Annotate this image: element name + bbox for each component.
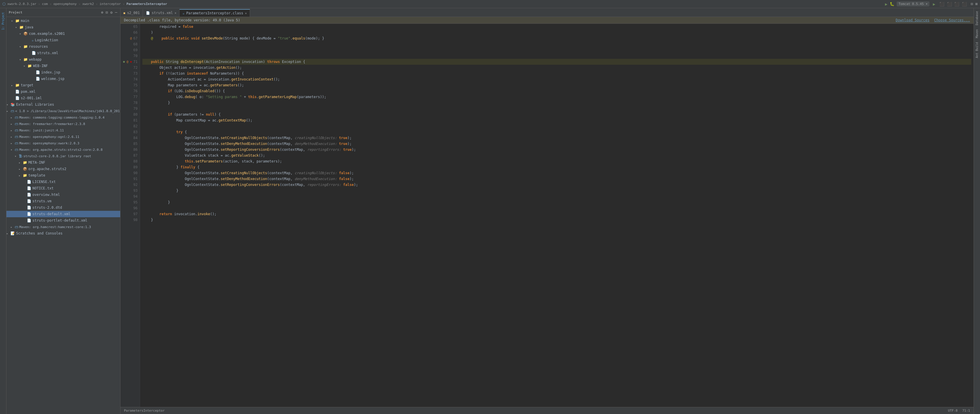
tree-item-target[interactable]: ▸ 📁 target xyxy=(6,82,120,88)
tree-label-commons: Maven: commons-logging:commons-logging:1… xyxy=(19,116,104,120)
tree-item-notice[interactable]: ▸ 📄 NOTICE.txt xyxy=(6,185,120,192)
right-tab-database[interactable]: Database xyxy=(974,10,979,27)
tree-label-strutsdtd: struts-2.0.dtd xyxy=(32,206,62,209)
tree-item-struts2core-jar[interactable]: ▾ 🗜 struts2-core-2.0.8.jar library root xyxy=(6,153,120,159)
tree-item-struts2core[interactable]: ▾ 🗃 Maven: org.apache.struts:struts2-cor… xyxy=(6,146,120,153)
tree-label-junit: Maven: junit:junit:4.11 xyxy=(19,128,64,132)
code-line-98: } xyxy=(142,217,971,223)
tree-arrow-iml: ▸ xyxy=(11,97,15,100)
tree-item-overview[interactable]: ▸ 📄 overview.html xyxy=(6,192,120,198)
status-filename: ParametersInterceptor xyxy=(124,409,165,412)
package-icon-struts2: 📦 xyxy=(23,167,27,171)
left-tab-project[interactable]: 1: Project xyxy=(1,11,6,32)
java-icon-loginaction: ☕ xyxy=(32,38,33,42)
run-btn[interactable]: ▶ xyxy=(933,2,935,6)
tree-label-target: target xyxy=(21,83,33,87)
tree-arrow-notice: ▸ xyxy=(23,187,27,190)
tree-item-hamcrest[interactable]: ▸ 🗃 Maven: org.hamcrest:hamcrest-core:1.… xyxy=(6,224,120,230)
code-line-85: OgnlContextState.setDenyMethodExecution(… xyxy=(142,141,971,147)
tree-item-scratches[interactable]: ▸ 📝 Scratches and Consoles xyxy=(6,230,120,237)
code-line-67: @ public static void setDevMode(String m… xyxy=(142,35,971,41)
debug-icon: 🐛 xyxy=(890,2,894,6)
tree-item-jdk[interactable]: ▸ 🗃 < 1.8 > /Library/Java/JavaVirtualMac… xyxy=(6,108,120,114)
choose-sources-link[interactable]: Choose Sources... xyxy=(934,18,970,22)
scope-icon[interactable]: ⊕ xyxy=(100,10,104,15)
tree-label-orgapachestruts2: org.apache.struts2 xyxy=(29,167,66,171)
server-selector[interactable]: Tomcat 8.5.45 ▾ xyxy=(897,2,929,6)
tree-arrow-hamcrest: ▸ xyxy=(11,225,14,229)
decompiled-notice: Decompiled .class file, bytecode version… xyxy=(121,17,974,24)
jar-icon-freemarker: 🗃 xyxy=(14,122,18,126)
tree-item-welcomejsp[interactable]: ▸ 📄 welcome.jsp xyxy=(6,75,120,82)
tree-item-loginaction[interactable]: ▸ ☕ LoginAction xyxy=(6,37,120,43)
tree-arrow-webapp: ▾ xyxy=(19,58,23,61)
tree-item-webapp[interactable]: ▾ 📁 webapp xyxy=(6,56,120,63)
code-line-76: if (LOG.isDebugEnabled()) { xyxy=(142,88,971,94)
tree-item-indexjsp[interactable]: ▸ 📄 index.jsp xyxy=(6,69,120,75)
tree-item-extlibs[interactable]: ▾ 📚 External Libraries xyxy=(6,101,120,108)
code-line-65: required = false xyxy=(142,24,971,30)
breadcrumb-class[interactable]: ParametersInterceptor xyxy=(126,2,167,6)
ln-76: 76 xyxy=(123,88,137,94)
status-bar: ParametersInterceptor UTF-8 71:1 xyxy=(121,407,974,414)
tree-arrow-xwork: ▸ xyxy=(11,142,14,145)
toolbar-icons: ⬛ ⬛ ⬛ ⬛ xyxy=(939,2,967,6)
tree-label-strutsxml: struts.xml xyxy=(37,51,58,55)
package-icon: 📦 xyxy=(23,32,28,36)
code-line-79 xyxy=(142,106,971,112)
right-tab-maven[interactable]: Maven xyxy=(974,27,979,40)
tree-item-metainf[interactable]: ▸ 📁 META-INF xyxy=(6,159,120,166)
tree-item-freemarker[interactable]: ▸ 🗃 Maven: freemarker:freemarker:2.3.8 xyxy=(6,121,120,127)
tree-label-jdk: < 1.8 > /Library/Java/JavaVirtualMachine… xyxy=(15,109,120,113)
breadcrumb-com[interactable]: com xyxy=(42,2,48,6)
tree-item-strutsportlet[interactable]: ▸ 📄 struts-portlet-default.xml xyxy=(6,217,120,224)
tree-item-java[interactable]: ▾ 📁 java xyxy=(6,24,120,30)
tab-strutsxml[interactable]: 📄 struts.xml × xyxy=(143,9,180,17)
run-icon: ▶ xyxy=(885,2,887,6)
breadcrumb-xwork[interactable]: xwork-2.0.3.jar xyxy=(7,2,36,6)
code-line-84: OgnlContextState.setCreatingNullObjects(… xyxy=(142,135,971,141)
tab-s2001[interactable]: ◼ s2_001 xyxy=(121,9,143,17)
download-sources-link[interactable]: Download Sources xyxy=(896,18,930,22)
code-line-81: Map contextMap = ac.getContextMap(); xyxy=(142,117,971,123)
tree-item-strutsdtd[interactable]: ▸ 📄 struts-2.0.dtd xyxy=(6,205,120,211)
tree-item-xwork[interactable]: ▸ 🗃 Maven: opensymphony:xwork:2.0.3 xyxy=(6,140,120,146)
tree-arrow-struts2core-jar: ▾ xyxy=(14,155,19,158)
ln-89: 89 xyxy=(123,164,137,170)
tab-close-strutsxml[interactable]: × xyxy=(175,11,176,14)
jar-icon-struts2core: 🗃 xyxy=(14,147,18,152)
collapse-icon[interactable]: ⊟ xyxy=(105,10,109,15)
tree-item-ognl[interactable]: ▸ 🗃 Maven: opensymphony:ognl:2.6.11 xyxy=(6,134,120,140)
tree-item-license[interactable]: ▸ 📄 LICENSE.txt xyxy=(6,179,120,185)
tree-item-resources[interactable]: ▾ 📁 resources xyxy=(6,43,120,50)
tree-item-commons-logging[interactable]: ▸ 🗃 Maven: commons-logging:commons-loggi… xyxy=(6,114,120,121)
tree-item-strutsxml[interactable]: ▸ 📄 struts.xml xyxy=(6,50,120,56)
tree-item-main[interactable]: ▾ 📁 main xyxy=(6,18,120,24)
breadcrumb-xwork2[interactable]: xwork2 xyxy=(82,2,94,6)
code-line-90: OgnlContextState.setCreatingNullObjects(… xyxy=(142,170,971,176)
hide-icon[interactable]: ─ xyxy=(114,10,118,15)
code-line-69 xyxy=(142,47,971,53)
tree-item-strutsdefaultxml[interactable]: ▸ 📄 struts-default.xml xyxy=(6,211,120,217)
notice-actions: Download Sources Choose Sources... xyxy=(896,18,970,22)
breadcrumb-interceptor[interactable]: interceptor xyxy=(99,2,121,6)
code-editor[interactable]: 65 66 @ 67 68 69 70 ● @ ◆ 71 72 xyxy=(121,24,974,407)
tree-item-iml[interactable]: ▸ 📄 s2-001.iml xyxy=(6,95,120,101)
tab-close-parametersinterceptor[interactable]: × xyxy=(245,12,247,15)
tree-item-pomxml[interactable]: ▸ 📄 pom.xml xyxy=(6,88,120,95)
tree-item-orgapachestruts2[interactable]: ▸ 📦 org.apache.struts2 xyxy=(6,166,120,172)
breadcrumb-opensymphony[interactable]: opensymphony xyxy=(54,2,76,6)
tree-item-junit[interactable]: ▸ 🗃 Maven: junit:junit:4.11 xyxy=(6,127,120,134)
tree-item-package[interactable]: ▾ 📦 com.example.s2001 xyxy=(6,30,120,37)
tree-item-template[interactable]: ▸ 📁 template xyxy=(6,172,120,179)
right-tab-ant[interactable]: Ant Build xyxy=(974,40,979,60)
title-bar-left: ⬡ xwork-2.0.3.jar › com › opensymphony ›… xyxy=(2,2,885,6)
folder-icon-resources: 📁 xyxy=(23,45,28,49)
ln-65: 65 xyxy=(123,24,137,30)
tree-item-strutsvm[interactable]: ▸ 📄 struts.vm xyxy=(6,198,120,205)
tree-item-webinf[interactable]: ▾ 📁 WEB-INF xyxy=(6,63,120,69)
tab-parametersinterceptor[interactable]: ☕ ParametersInterceptor.class × xyxy=(180,9,250,17)
tree-label-webapp: webapp xyxy=(29,58,41,61)
code-line-83: try { xyxy=(142,129,971,135)
gear-icon[interactable]: ⚙ xyxy=(110,10,113,15)
